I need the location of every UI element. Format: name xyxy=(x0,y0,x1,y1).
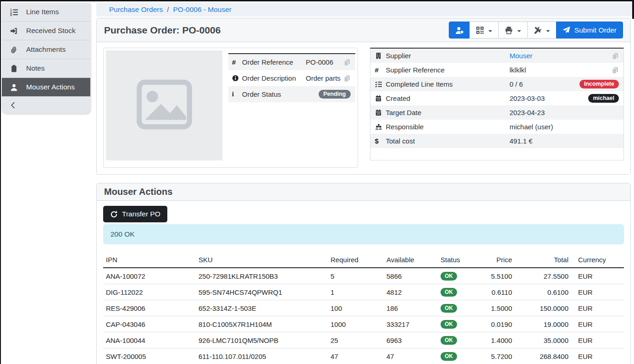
building-icon xyxy=(370,52,386,59)
cell-sku: 926-LMC7101QM5/NOPB xyxy=(196,332,328,348)
info-icon: i xyxy=(228,90,242,98)
cell-price: 5.5100 xyxy=(470,268,515,284)
printer-icon xyxy=(505,26,513,34)
breadcrumb-separator: / xyxy=(167,6,169,14)
column-header-ipn: IPN xyxy=(103,252,196,268)
detail-value: michael (user) xyxy=(510,123,553,131)
copy-icon[interactable] xyxy=(343,59,351,66)
user-icon xyxy=(9,83,18,91)
window-edge xyxy=(632,1,634,19)
cell-available: 4812 xyxy=(384,284,438,300)
cell-total: 268.8400 xyxy=(515,348,571,364)
copy-icon[interactable] xyxy=(612,52,619,60)
cell-ipn: SWT-200005 xyxy=(103,348,196,364)
column-header-total: Total xyxy=(515,252,571,268)
detail-label: Responsible xyxy=(386,123,510,131)
cell-total: 150.0000 xyxy=(515,300,571,316)
detail-label: Order Status xyxy=(242,90,306,98)
sidebar-item-label: Line Items xyxy=(26,8,59,16)
detail-label: Total cost xyxy=(386,137,510,145)
dollar-icon: $ xyxy=(370,137,386,145)
cell-total: 19.0000 xyxy=(515,316,571,332)
sign-in-icon xyxy=(9,27,18,35)
status-alert: 200 OK xyxy=(103,224,624,244)
transfer-po-label: Transfer PO xyxy=(122,210,160,218)
ok-status-badge: OK xyxy=(441,320,457,329)
copy-icon[interactable] xyxy=(612,66,619,74)
detail-row-responsible: Responsiblemichael (user) xyxy=(370,120,623,134)
table-row: CAP-043046810-C1005X7R1H104M1000333217OK… xyxy=(103,316,624,332)
detail-label: Completed Line Items xyxy=(386,80,510,88)
sidebar-item-label: Attachments xyxy=(26,45,66,54)
cell-currency: EUR xyxy=(571,348,624,364)
column-header-currency: Currency xyxy=(571,252,624,268)
column-header-price: Price xyxy=(470,252,515,268)
cell-required: 1 xyxy=(328,284,384,300)
sidebar-item-attachments[interactable]: Attachments xyxy=(2,40,90,59)
order-actions-button[interactable] xyxy=(527,22,557,39)
breadcrumb-link-current-order[interactable]: PO-0006 - Mouser xyxy=(173,6,232,14)
sidebar-item-mouser-actions[interactable]: Mouser Actions xyxy=(2,78,90,97)
list-ol-icon: 123 xyxy=(9,8,18,16)
supplier-details-table: SupplierMouser#Supplier Referencelklklkl… xyxy=(370,48,624,160)
calendar-icon xyxy=(370,109,386,116)
detail-value: 2023-03-03 xyxy=(510,94,545,102)
sidebar-item-notes[interactable]: Notes xyxy=(2,59,90,78)
cell-price: 0.6110 xyxy=(470,284,515,300)
sidebar-item-line-items[interactable]: 123Line Items xyxy=(2,3,90,22)
order-details-table: #Order ReferencePO-0006Order Description… xyxy=(228,53,355,102)
detail-label: Supplier xyxy=(386,52,510,60)
detail-row-total-cost: $Total cost491.1 € xyxy=(370,134,623,148)
cell-ipn: DIG-112022 xyxy=(103,284,196,300)
cell-status: OK xyxy=(438,332,470,348)
cell-ipn: CAP-043046 xyxy=(103,316,196,332)
copy-icon[interactable] xyxy=(343,75,351,82)
detail-row-created: Created2023-03-03michael xyxy=(370,91,623,105)
page-title: Purchase Order: PO-0006 xyxy=(104,25,221,36)
paperclip-icon xyxy=(9,46,18,54)
sidebar-item-received-stock[interactable]: Received Stock xyxy=(2,22,90,40)
detail-row-supplier-reference: #Supplier Referencelklklkl xyxy=(370,63,623,77)
detail-value: 491.1 € xyxy=(510,137,533,145)
detail-value: lklklkl xyxy=(510,66,526,74)
cell-sku: 810-C1005X7R1H104M xyxy=(196,316,328,332)
column-header-available: Available xyxy=(384,252,438,268)
cell-status: OK xyxy=(438,284,470,300)
cell-currency: EUR xyxy=(571,332,624,348)
cell-currency: EUR xyxy=(571,268,624,284)
line-items-table: IPNSKURequiredAvailableStatusPriceTotalC… xyxy=(103,252,624,364)
table-row: ANA-100072250-72981KLRATR150B355866OK5.5… xyxy=(103,268,624,284)
breadcrumb-link-purchase-orders[interactable]: Purchase Orders xyxy=(109,6,163,14)
barcode-actions-button[interactable] xyxy=(469,22,499,39)
supplier-link[interactable]: Mouser xyxy=(510,52,533,60)
transfer-po-button[interactable]: Transfer PO xyxy=(103,206,167,222)
hash-icon: # xyxy=(228,58,242,66)
submit-order-button[interactable]: Submit Order xyxy=(556,22,623,39)
cell-available: 47 xyxy=(384,348,438,364)
detail-row-supplier: SupplierMouser xyxy=(370,49,623,63)
ok-status-badge: OK xyxy=(441,352,457,361)
user-shield-icon xyxy=(455,26,463,34)
caret-down-icon xyxy=(546,26,550,34)
cell-price: 1.4000 xyxy=(470,332,515,348)
detail-label: Created xyxy=(386,94,510,102)
sidebar-collapse-button[interactable] xyxy=(2,97,90,113)
detail-row-completed-line-items: Completed Line Items0 / 6Incomplete xyxy=(370,77,623,91)
user-roles-button[interactable] xyxy=(449,22,470,39)
cell-price: 0.0190 xyxy=(470,316,515,332)
detail-row-order-reference: #Order ReferencePO-0006 xyxy=(228,54,355,70)
print-actions-button[interactable] xyxy=(498,22,528,39)
tools-icon xyxy=(534,26,542,34)
status-badge: Incomplete xyxy=(579,80,619,89)
detail-row-target-date: Target Date2023-04-23 xyxy=(370,105,623,120)
calendar-icon xyxy=(370,95,386,102)
column-header-required: Required xyxy=(328,252,384,268)
cell-status: OK xyxy=(438,268,470,284)
column-header-status: Status xyxy=(438,252,470,268)
sidebar-item-label: Received Stock xyxy=(26,27,76,35)
detail-value: 2023-04-23 xyxy=(510,109,545,116)
detail-value: 0 / 6 xyxy=(510,80,523,88)
ok-status-badge: OK xyxy=(441,288,457,297)
qrcode-icon xyxy=(476,26,484,34)
cell-required: 25 xyxy=(328,332,384,348)
